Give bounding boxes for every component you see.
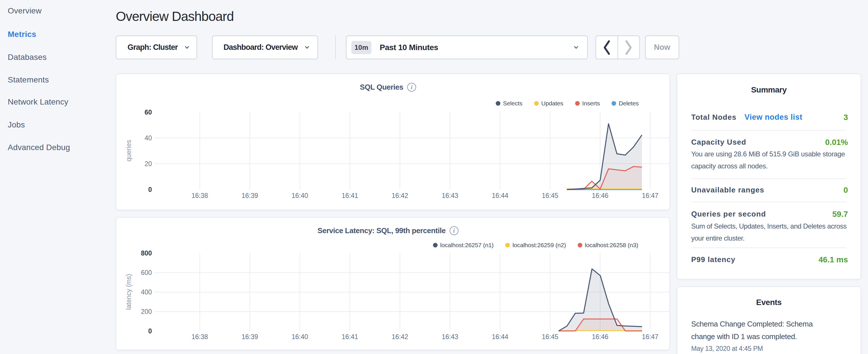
- svg-text:16:43: 16:43: [442, 333, 459, 341]
- svg-text:400: 400: [141, 288, 152, 296]
- svg-text:16:44: 16:44: [492, 192, 508, 199]
- svg-text:0: 0: [148, 327, 152, 335]
- svg-text:queries: queries: [125, 140, 132, 161]
- svg-text:60: 60: [145, 108, 152, 116]
- svg-text:40: 40: [145, 134, 152, 142]
- svg-text:200: 200: [141, 308, 152, 315]
- svg-text:16:38: 16:38: [191, 333, 208, 341]
- svg-text:16:40: 16:40: [292, 192, 308, 199]
- svg-text:16:43: 16:43: [442, 192, 459, 199]
- svg-text:16:46: 16:46: [592, 192, 609, 199]
- svg-text:16:42: 16:42: [392, 192, 408, 199]
- svg-text:600: 600: [141, 269, 152, 277]
- svg-text:16:47: 16:47: [642, 333, 658, 341]
- svg-text:16:45: 16:45: [542, 333, 559, 341]
- svg-text:latency (ms): latency (ms): [125, 274, 132, 310]
- svg-text:16:42: 16:42: [392, 333, 408, 341]
- svg-text:16:44: 16:44: [492, 333, 508, 341]
- svg-text:20: 20: [145, 160, 152, 167]
- svg-text:16:39: 16:39: [242, 192, 258, 199]
- svg-text:16:45: 16:45: [542, 192, 559, 199]
- svg-text:16:38: 16:38: [191, 192, 208, 199]
- svg-text:16:47: 16:47: [642, 192, 658, 199]
- svg-text:16:41: 16:41: [342, 192, 358, 199]
- svg-text:0: 0: [148, 186, 152, 193]
- svg-text:16:46: 16:46: [592, 333, 609, 341]
- svg-text:16:40: 16:40: [292, 333, 308, 341]
- svg-text:800: 800: [141, 250, 152, 257]
- svg-text:16:39: 16:39: [242, 333, 258, 341]
- svg-text:16:41: 16:41: [342, 333, 358, 341]
